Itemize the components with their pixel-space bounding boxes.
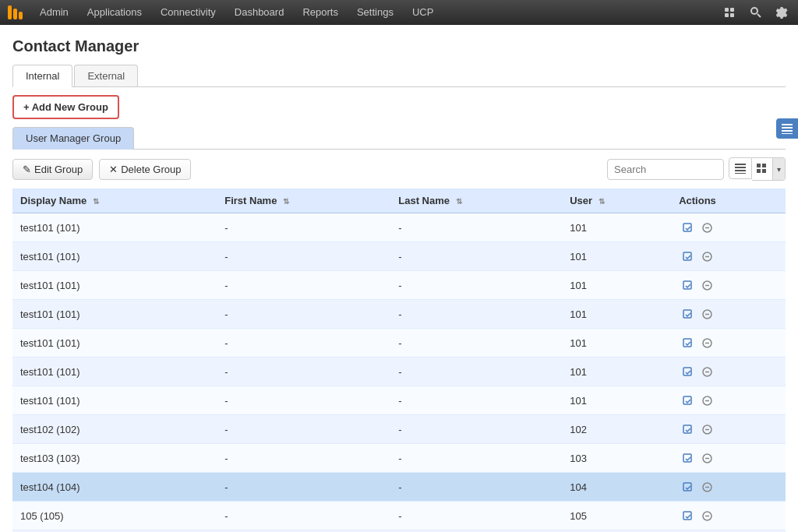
delete-group-button[interactable]: ✕ Delete Group — [99, 159, 191, 180]
cell-display-name: test103 (103) — [12, 444, 217, 473]
cell-first-name: - — [217, 329, 390, 358]
svg-rect-13 — [762, 169, 766, 173]
cell-user: 101 — [562, 300, 671, 329]
svg-rect-53 — [782, 124, 793, 125]
remove-action-icon[interactable] — [699, 305, 716, 322]
remove-action-icon[interactable] — [699, 478, 716, 495]
notifications-icon[interactable] — [717, 0, 742, 25]
toolbar-left: ✎ Edit Group ✕ Delete Group — [12, 159, 191, 180]
cell-user: 101 — [562, 271, 671, 300]
search-icon[interactable] — [743, 0, 768, 25]
nav-connectivity[interactable]: Connectivity — [151, 0, 225, 25]
edit-action-icon[interactable] — [679, 334, 696, 351]
toolbar-right: ▾ — [607, 157, 786, 181]
top-navigation: Admin Applications Connectivity Dashboar… — [0, 0, 798, 25]
nav-applications[interactable]: Applications — [78, 0, 151, 25]
edit-action-icon[interactable] — [679, 478, 696, 495]
remove-action-icon[interactable] — [699, 392, 716, 409]
svg-rect-8 — [735, 170, 746, 171]
cell-actions — [671, 271, 786, 300]
view-toggle-group: ▾ — [729, 157, 786, 181]
svg-point-4 — [751, 8, 757, 14]
nav-settings[interactable]: Settings — [348, 0, 403, 25]
remove-action-icon[interactable] — [699, 421, 716, 438]
main-tab-bar: Internal External — [12, 65, 786, 87]
cell-last-name: - — [390, 329, 562, 358]
cell-actions — [671, 329, 786, 358]
svg-rect-12 — [757, 169, 761, 173]
list-view-button[interactable] — [729, 157, 752, 179]
sort-arrow-display-name: ⇅ — [93, 197, 99, 206]
svg-rect-6 — [735, 164, 746, 165]
table-row: 105 (105)--105 — [12, 502, 786, 530]
edit-action-icon[interactable] — [679, 363, 696, 380]
nav-admin[interactable]: Admin — [30, 0, 78, 25]
cell-display-name: test104 (104) — [12, 473, 217, 502]
cell-display-name: test101 (101) — [12, 213, 217, 242]
cell-last-name: - — [390, 300, 562, 329]
cell-user: 101 — [562, 358, 671, 386]
svg-rect-11 — [762, 164, 766, 167]
edit-action-icon[interactable] — [679, 449, 696, 467]
cell-first-name: - — [217, 242, 390, 271]
edit-action-icon[interactable] — [679, 277, 696, 294]
table-row: test103 (103)--103 — [12, 444, 786, 473]
search-input[interactable] — [607, 159, 724, 180]
remove-action-icon[interactable] — [699, 277, 716, 294]
table-row: test101 (101)--101 — [12, 271, 786, 300]
cell-actions — [671, 213, 786, 242]
grid-view-button[interactable] — [752, 158, 772, 180]
cell-actions — [671, 358, 786, 386]
cell-actions — [671, 415, 786, 444]
edit-action-icon[interactable] — [679, 421, 696, 438]
sort-arrow-first-name: ⇅ — [283, 197, 289, 206]
main-content: Contact Manager Internal External + Add … — [0, 25, 798, 532]
nav-reports[interactable]: Reports — [293, 0, 348, 25]
tab-external[interactable]: External — [74, 65, 138, 86]
remove-action-icon[interactable] — [699, 363, 716, 380]
app-logo[interactable] — [3, 5, 27, 19]
delete-group-label: Delete Group — [121, 164, 181, 175]
sub-tab-bar: User Manager Group — [12, 127, 786, 150]
cell-actions — [671, 444, 786, 473]
table-row: test101 (101)--101 — [12, 386, 786, 415]
add-new-group-button[interactable]: + Add New Group — [12, 95, 119, 119]
edit-action-icon[interactable] — [679, 248, 696, 265]
remove-action-icon[interactable] — [699, 219, 716, 236]
remove-action-icon[interactable] — [699, 449, 716, 467]
cell-user: 101 — [562, 213, 671, 242]
nav-ucp[interactable]: UCP — [403, 0, 443, 25]
edit-action-icon[interactable] — [679, 392, 696, 409]
toolbar: ✎ Edit Group ✕ Delete Group ▾ — [12, 157, 786, 181]
cell-user: 101 — [562, 386, 671, 415]
cell-first-name: - — [217, 213, 390, 242]
sort-arrow-user: ⇅ — [598, 197, 605, 206]
edit-group-button[interactable]: ✎ Edit Group — [12, 159, 93, 180]
edit-action-icon[interactable] — [679, 507, 696, 524]
tab-internal[interactable]: Internal — [12, 65, 72, 87]
cell-user: 105 — [562, 502, 671, 530]
svg-rect-9 — [735, 173, 746, 174]
nav-dashboard[interactable]: Dashboard — [225, 0, 294, 25]
cell-user: 101 — [562, 242, 671, 271]
edit-action-icon[interactable] — [679, 219, 696, 236]
gear-icon[interactable] — [770, 0, 795, 25]
cell-actions — [671, 242, 786, 271]
cell-first-name: - — [217, 386, 390, 415]
col-actions: Actions — [671, 188, 786, 213]
remove-action-icon[interactable] — [699, 507, 716, 524]
cell-first-name: - — [217, 473, 390, 502]
remove-action-icon[interactable] — [699, 334, 716, 351]
nav-right-icons — [717, 0, 795, 25]
cell-display-name: test101 (101) — [12, 386, 217, 415]
col-last-name: Last Name ⇅ — [390, 188, 562, 213]
remove-action-icon[interactable] — [699, 248, 716, 265]
cell-first-name: - — [217, 300, 390, 329]
right-sidebar-tab[interactable] — [776, 118, 798, 139]
sub-tab-user-manager-group[interactable]: User Manager Group — [12, 127, 134, 150]
cell-first-name: - — [217, 415, 390, 444]
cell-first-name: - — [217, 358, 390, 386]
cell-last-name: - — [390, 386, 562, 415]
grid-view-caret[interactable]: ▾ — [772, 158, 785, 180]
edit-action-icon[interactable] — [679, 305, 696, 322]
